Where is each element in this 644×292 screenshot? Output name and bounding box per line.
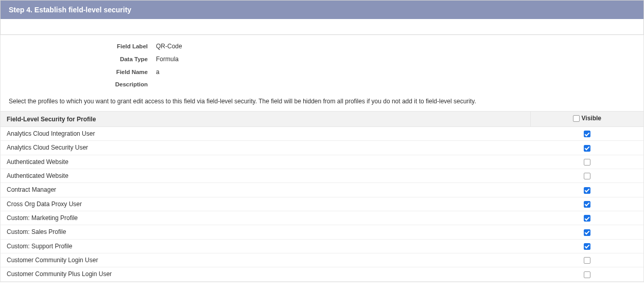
table-row: Authenticated Website [1,155,643,169]
profile-name-cell: Analytics Cloud Security User [1,141,530,155]
profile-table: Field-Level Security for Profile Visible… [1,111,643,281]
table-header-profile: Field-Level Security for Profile [1,112,530,127]
detail-row-data-type: Data Type Formula [9,55,635,64]
table-row: Authenticated Website [1,169,643,182]
instruction-text: Select the profiles to which you want to… [1,98,643,109]
label-description: Description [9,80,156,88]
visible-checkbox[interactable] [584,159,590,166]
visible-checkbox[interactable] [584,257,590,264]
label-field-label: Field Label [9,42,156,50]
visible-checkbox[interactable] [584,201,590,208]
profile-name-cell: Customer Community Login User [1,253,530,267]
visible-checkbox[interactable] [584,271,590,278]
visible-cell [530,225,643,239]
profile-name-cell: Analytics Cloud Integration User [1,126,530,140]
field-details: Field Label QR-Code Data Type Formula Fi… [1,35,643,98]
visible-cell [530,183,643,197]
visible-cell [530,197,643,211]
visible-cell [530,169,643,182]
detail-row-field-label: Field Label QR-Code [9,42,635,51]
label-data-type: Data Type [9,55,156,63]
visible-checkbox[interactable] [584,229,590,236]
visible-select-all-checkbox[interactable] [573,115,580,122]
label-field-name: Field Name [9,68,156,76]
visible-cell [530,155,643,169]
value-field-name: a [156,68,160,77]
table-row: Analytics Cloud Security User [1,141,643,155]
table-header-visible: Visible [530,112,643,127]
table-header-profile-label: Field-Level Security for Profile [7,116,96,123]
visible-checkbox[interactable] [584,145,590,152]
table-row: Custom: Support Profile [1,239,643,253]
blank-bar [0,19,644,34]
table-row: Contract Manager [1,183,643,197]
profile-name-cell: Contract Manager [1,183,530,197]
visible-cell [530,211,643,225]
visible-cell [530,253,643,267]
value-field-label: QR-Code [156,42,182,51]
visible-cell [530,267,643,281]
visible-checkbox[interactable] [584,131,590,137]
profile-name-cell: Custom: Sales Profile [1,225,530,239]
visible-cell [530,141,643,155]
table-row: Custom: Sales Profile [1,225,643,239]
step-header: Step 4. Establish field-level security [0,0,644,19]
value-data-type: Formula [156,55,179,64]
profile-name-cell: Custom: Support Profile [1,239,530,253]
profile-name-cell: Customer Community Plus Login User [1,267,530,281]
profile-name-cell: Authenticated Website [1,155,530,169]
visible-cell [530,126,643,140]
visible-checkbox[interactable] [584,173,590,179]
content-wrapper: Field Label QR-Code Data Type Formula Fi… [0,34,644,282]
table-row: Customer Community Plus Login User [1,267,643,281]
profile-name-cell: Custom: Marketing Profile [1,211,530,225]
detail-row-description: Description [9,80,635,88]
table-row: Cross Org Data Proxy User [1,197,643,211]
table-row: Customer Community Login User [1,253,643,267]
profile-name-cell: Authenticated Website [1,169,530,182]
profile-name-cell: Cross Org Data Proxy User [1,197,530,211]
table-row: Analytics Cloud Integration User [1,126,643,140]
visible-cell [530,239,643,253]
detail-row-field-name: Field Name a [9,68,635,77]
visible-checkbox[interactable] [584,187,590,194]
visible-checkbox[interactable] [584,243,590,250]
table-row: Custom: Marketing Profile [1,211,643,225]
table-header-visible-label: Visible [582,115,601,122]
step-title: Step 4. Establish field-level security [9,6,131,14]
visible-checkbox[interactable] [584,215,590,222]
